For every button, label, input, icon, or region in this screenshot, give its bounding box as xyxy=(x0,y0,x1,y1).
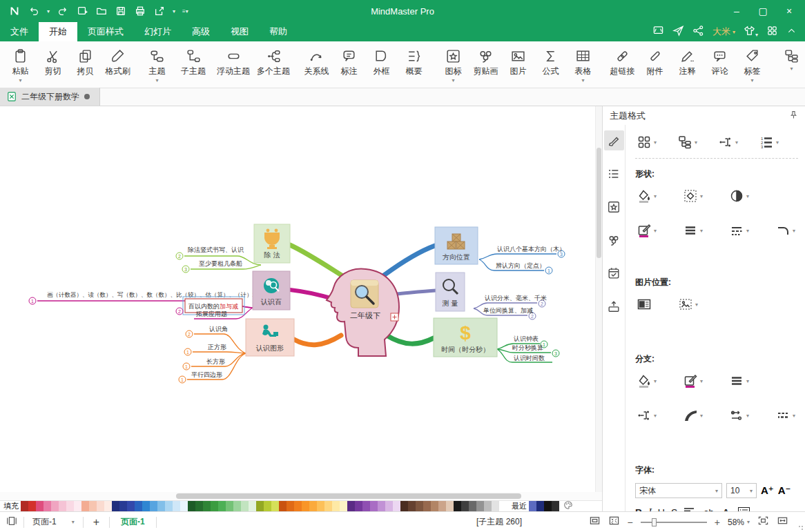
color-swatch[interactable] xyxy=(135,501,142,511)
highlight-color-button[interactable]: ab▾ xyxy=(704,506,716,511)
menu-slides[interactable]: 幻灯片 xyxy=(134,22,182,41)
color-swatch[interactable] xyxy=(378,501,385,511)
icon-button[interactable]: 图标▾ xyxy=(437,46,469,87)
subtopic-label[interactable]: 正方形 xyxy=(207,344,226,351)
collapse-ribbon-icon[interactable] xyxy=(786,26,797,39)
rail-outline-list[interactable] xyxy=(604,164,624,184)
pages-panel-icon[interactable] xyxy=(6,515,18,529)
subtopic-label[interactable]: 认识钟表 xyxy=(514,335,539,342)
format-painter-button[interactable]: 格式刷 xyxy=(101,46,134,87)
fullscreen-icon[interactable] xyxy=(608,515,620,529)
border-color-button[interactable]: ▾ xyxy=(635,221,658,239)
subtopic-label[interactable]: 长方形 xyxy=(206,358,225,365)
branch-connector-button[interactable]: ▾ xyxy=(635,406,658,424)
fit-width-icon[interactable] xyxy=(777,515,788,529)
connector-style-button[interactable]: ▾ xyxy=(717,133,739,151)
zoom-out-button[interactable]: − xyxy=(628,517,633,528)
color-swatch[interactable] xyxy=(385,501,393,511)
color-swatch[interactable] xyxy=(271,501,279,511)
color-swatch[interactable] xyxy=(112,501,119,511)
subtopic-label[interactable]: 时分秒换算 xyxy=(512,344,543,351)
horizontal-scrollbar[interactable] xyxy=(0,492,602,500)
theme-style-button[interactable]: ▾ xyxy=(635,133,658,151)
color-swatch[interactable] xyxy=(256,501,264,511)
branch-dash-button[interactable]: ▾ xyxy=(774,406,797,424)
color-swatch[interactable] xyxy=(218,501,226,511)
color-swatch[interactable] xyxy=(36,501,43,511)
topic-direction[interactable]: 方向位置 xyxy=(435,227,478,264)
color-swatch[interactable] xyxy=(317,501,324,511)
comment-button[interactable]: 评论 xyxy=(704,46,736,87)
color-swatch[interactable] xyxy=(188,501,195,511)
zoom-level[interactable]: 58%▾ xyxy=(728,518,750,527)
attachment-button[interactable]: 附件 xyxy=(639,46,671,87)
menu-advanced[interactable]: 高级 xyxy=(182,22,220,41)
page-dropdown[interactable]: 页面-1▾ xyxy=(30,516,77,528)
subtopic-label[interactable]: 除法竖式书写、认识 xyxy=(188,246,244,253)
color-swatch[interactable] xyxy=(21,501,28,511)
vertical-scrollbar-thumb[interactable] xyxy=(597,148,601,258)
recent-color-swatch[interactable] xyxy=(529,501,536,511)
color-swatch[interactable] xyxy=(302,501,309,511)
color-swatch[interactable] xyxy=(264,501,271,511)
color-swatch[interactable] xyxy=(476,501,484,511)
color-swatch[interactable] xyxy=(347,501,355,511)
shape-shadow-button[interactable]: ▾ xyxy=(728,187,750,205)
branch-fill-button[interactable]: ▾ xyxy=(635,372,658,390)
share-icon[interactable] xyxy=(692,25,704,39)
recent-color-swatch[interactable] xyxy=(544,501,552,511)
increase-font-button[interactable]: A⁺ xyxy=(761,484,774,497)
pin-icon[interactable] xyxy=(789,110,798,121)
color-swatch[interactable] xyxy=(324,501,332,511)
horizontal-scrollbar-thumb[interactable] xyxy=(176,493,521,499)
cut-button[interactable]: 剪切 xyxy=(37,46,69,87)
tag-button[interactable]: 标签▾ xyxy=(736,46,768,87)
color-swatch[interactable] xyxy=(28,501,36,511)
color-swatch[interactable] xyxy=(89,501,97,511)
hyperlink-button[interactable]: 超链接 xyxy=(606,46,639,87)
color-swatch[interactable] xyxy=(233,501,241,511)
color-swatch[interactable] xyxy=(203,501,211,511)
color-swatch[interactable] xyxy=(119,501,127,511)
color-swatch[interactable] xyxy=(423,501,431,511)
color-swatch[interactable] xyxy=(127,501,135,511)
rail-task[interactable] xyxy=(604,263,624,283)
zoom-slider-thumb[interactable] xyxy=(652,518,657,526)
vertical-scrollbar[interactable] xyxy=(595,106,602,492)
branch-weight-button[interactable]: ▾ xyxy=(728,372,750,390)
resize-grip[interactable] xyxy=(798,525,804,531)
font-family-select[interactable]: 宋体▾ xyxy=(635,483,722,498)
menu-help[interactable]: 帮助 xyxy=(259,22,298,41)
subtopic-label[interactable]: 辨认方向（定点） xyxy=(496,262,545,269)
color-swatch[interactable] xyxy=(97,501,104,511)
color-swatch[interactable] xyxy=(340,501,347,511)
subtopic-label[interactable]: 拓展应用题 xyxy=(195,311,227,317)
color-swatch[interactable] xyxy=(59,501,66,511)
recent-color-swatch[interactable] xyxy=(552,501,559,511)
color-swatch[interactable] xyxy=(400,501,408,511)
mindmap-canvas[interactable]: 2 3 除法竖式书写、认识 至少要租几条船 1 画（计数器）、读（数）、写（数）… xyxy=(0,106,602,492)
central-topic[interactable]: 二年级下 xyxy=(327,269,399,356)
color-swatch[interactable] xyxy=(211,501,218,511)
rail-clipart[interactable] xyxy=(604,230,624,250)
subtopic-label[interactable]: 认识时间数 xyxy=(514,355,545,362)
topic-hundred[interactable]: 认识百 xyxy=(253,271,290,310)
topic-division[interactable]: 除 法 xyxy=(254,224,290,263)
subtopic-label[interactable]: 百以内数的加与减 xyxy=(188,303,238,310)
clipart-button[interactable]: 剪贴画 xyxy=(469,46,502,87)
topic-time[interactable]: $ 时间（时分秒） xyxy=(434,318,497,357)
color-swatch[interactable] xyxy=(249,501,256,511)
color-swatch[interactable] xyxy=(165,501,173,511)
active-page-tab[interactable]: 页面-1 xyxy=(115,516,151,528)
color-swatch[interactable] xyxy=(74,501,81,511)
color-swatch[interactable] xyxy=(43,501,51,511)
menu-home[interactable]: 开始 xyxy=(39,22,77,41)
shape-fill-button[interactable]: ▾ xyxy=(635,187,658,205)
color-swatch[interactable] xyxy=(431,501,438,511)
fit-to-screen-icon[interactable] xyxy=(757,515,769,529)
fit-map-icon[interactable] xyxy=(589,515,601,529)
rail-format-brush[interactable] xyxy=(604,130,624,150)
layout-style-button[interactable]: ▾ xyxy=(676,133,699,151)
zoom-slider[interactable] xyxy=(641,522,707,523)
color-swatch[interactable] xyxy=(294,501,302,511)
